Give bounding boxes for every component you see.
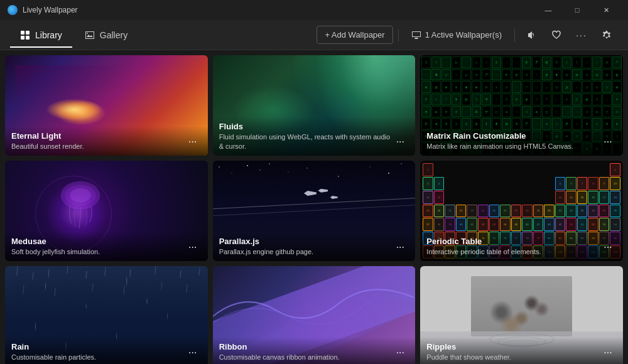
monitor-icon (411, 30, 421, 40)
svg-rect-2 (21, 36, 24, 40)
audio-icon (526, 30, 536, 40)
svg-rect-1 (26, 31, 30, 35)
card-menu-ribbon[interactable]: ··· (391, 344, 409, 361)
divider-1 (398, 29, 399, 41)
card-info-fluids: Fluids Fluid simulation using WebGL, rea… (213, 117, 416, 156)
card-info-eternal-light: Eternal Light Beautiful sunset render. ·… (5, 126, 208, 156)
toolbar-nav: Library Gallery (10, 26, 311, 44)
app-title: Lively Wallpaper (23, 6, 78, 14)
svg-point-8 (231, 173, 232, 173)
add-wallpaper-button[interactable]: + Add Wallpaper (317, 26, 392, 44)
jellyfish-svg (25, 171, 157, 241)
svg-point-7 (219, 166, 220, 168)
card-desc-fluids: Fluid simulation using WebGL, reacts wit… (219, 132, 392, 151)
settings-button[interactable] (595, 24, 618, 46)
svg-point-4 (61, 181, 100, 210)
card-title-eternal-light: Eternal Light (11, 131, 184, 141)
card-info-matrix-rain: Matrix Rain Customizable Matrix like rai… (420, 126, 623, 156)
wallpaper-card-matrix-rain[interactable]: // Generate matrix cells document.addEve… (420, 55, 623, 156)
wallpaper-card-parallax[interactable]: Parallax.js Parallax.js engine github pa… (213, 161, 416, 261)
svg-line-25 (155, 266, 156, 274)
card-desc-ripples: Puddle that shows weather. (426, 353, 599, 361)
card-menu-medusae[interactable]: ··· (184, 238, 202, 256)
svg-point-10 (259, 169, 260, 170)
card-menu-fluids[interactable]: ··· (391, 133, 409, 151)
svg-point-11 (269, 163, 270, 164)
card-title-matrix-rain: Matrix Rain Customizable (426, 131, 599, 141)
wallpaper-card-ribbon[interactable]: Ribbon Customisable canvas ribbon animat… (213, 266, 416, 364)
active-wallpapers-button[interactable]: 1 Active Wallpaper(s) (404, 26, 509, 44)
card-title-fluids: Fluids (219, 122, 392, 131)
card-menu-parallax[interactable]: ··· (391, 238, 409, 256)
svg-line-20 (48, 269, 49, 277)
svg-line-18 (17, 266, 18, 276)
svg-point-14 (338, 176, 339, 177)
svg-line-33 (187, 285, 187, 292)
svg-point-6 (70, 188, 92, 202)
svg-line-21 (67, 266, 68, 274)
card-desc-medusae: Soft body jellyfish simulation. (11, 247, 184, 256)
card-title-medusae: Medusae (11, 237, 184, 246)
card-menu-ripples[interactable]: ··· (599, 344, 617, 361)
svg-line-30 (92, 284, 93, 291)
svg-point-5 (65, 185, 96, 206)
svg-line-32 (161, 282, 162, 290)
svg-line-28 (23, 285, 24, 294)
heart-icon (551, 30, 561, 40)
more-options-button[interactable]: ··· (570, 24, 593, 46)
svg-line-19 (33, 272, 33, 280)
wallpaper-card-medusae[interactable]: Medusae Soft body jellyfish simulation. … (5, 161, 208, 261)
wallpaper-card-ripples[interactable]: Ripples Puddle that shows weather. ··· (420, 266, 623, 364)
svg-line-26 (180, 270, 181, 278)
card-menu-periodic-table[interactable]: ··· (599, 238, 617, 256)
card-title-ribbon: Ribbon (219, 342, 392, 351)
card-info-ripples: Ripples Puddle that shows weather. ··· (420, 337, 623, 364)
svg-point-16 (388, 173, 389, 174)
card-info-parallax: Parallax.js Parallax.js engine github pa… (213, 232, 416, 261)
card-title-ripples: Ripples (426, 342, 599, 351)
svg-line-29 (55, 288, 55, 296)
card-desc-rain: Customisable rain particles. (11, 353, 184, 361)
gallery-icon (85, 30, 95, 40)
svg-line-22 (86, 271, 87, 279)
library-icon (20, 30, 30, 40)
svg-point-15 (369, 166, 370, 167)
svg-line-23 (105, 267, 106, 276)
wallpaper-card-fluids[interactable]: Fluids Fluid simulation using WebGL, rea… (213, 55, 416, 156)
gallery-nav-button[interactable]: Gallery (75, 26, 138, 44)
svg-point-17 (401, 163, 401, 164)
app-icon (8, 5, 18, 15)
svg-line-24 (130, 269, 131, 277)
svg-point-9 (247, 165, 248, 166)
card-desc-periodic-table: Interactive periodic table of elements. (426, 247, 599, 256)
minimize-button[interactable]: — (534, 0, 563, 20)
library-nav-button[interactable]: Library (10, 26, 72, 44)
card-title-rain: Rain (11, 342, 184, 351)
card-desc-eternal-light: Beautiful sunset render. (11, 142, 184, 151)
svg-line-27 (199, 268, 200, 276)
card-info-rain: Rain Customisable rain particles. ··· (5, 337, 208, 364)
maximize-button[interactable]: □ (563, 0, 592, 20)
card-desc-parallax: Parallax.js engine github page. (219, 247, 392, 256)
svg-rect-3 (26, 36, 30, 40)
close-button[interactable]: ✕ (592, 0, 620, 20)
card-info-ribbon: Ribbon Customisable canvas ribbon animat… (213, 337, 416, 364)
card-menu-matrix-rain[interactable]: ··· (599, 133, 617, 151)
toolbar: Library Gallery + Add Wallpaper 1 Active… (0, 20, 628, 50)
toolbar-actions: + Add Wallpaper 1 Active Wallpaper(s) ··… (317, 24, 618, 46)
wallpaper-card-rain[interactable]: Rain Customisable rain particles. ··· (5, 266, 208, 364)
title-bar: Lively Wallpaper — □ ✕ (0, 0, 628, 20)
favorites-button[interactable] (545, 24, 568, 46)
audio-button[interactable] (520, 24, 543, 46)
svg-line-31 (124, 286, 124, 294)
settings-icon (602, 30, 612, 40)
card-title-parallax: Parallax.js (219, 237, 392, 246)
wallpaper-card-eternal-light[interactable]: Eternal Light Beautiful sunset render. ·… (5, 55, 208, 156)
divider-2 (514, 29, 515, 41)
card-menu-rain[interactable]: ··· (184, 344, 202, 361)
main-content[interactable]: Eternal Light Beautiful sunset render. ·… (0, 50, 628, 364)
card-menu-eternal-light[interactable]: ··· (184, 133, 202, 151)
window-controls: — □ ✕ (534, 0, 620, 20)
svg-point-12 (288, 171, 288, 172)
wallpaper-card-periodic-table[interactable]: 1234567891011121314151617181920212223242… (420, 161, 623, 261)
